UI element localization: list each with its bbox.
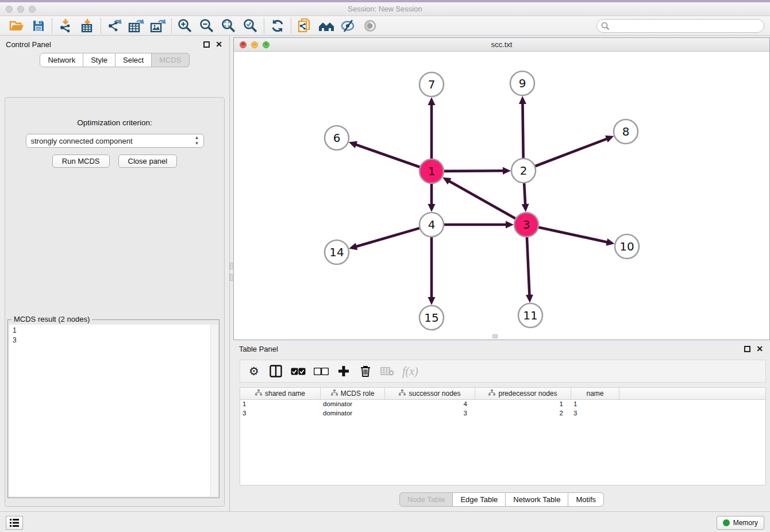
toolbar-separator — [52, 18, 52, 33]
task-history-button[interactable] — [6, 516, 23, 530]
import-network-icon[interactable] — [55, 18, 76, 34]
zoom-out-icon[interactable] — [196, 18, 218, 34]
tab-mcds[interactable]: MCDS — [152, 53, 189, 67]
first-neighbors-icon[interactable] — [315, 18, 337, 34]
table-cell[interactable]: 3 — [571, 409, 619, 418]
criterion-value: strongly connected component — [31, 137, 133, 145]
node-label-10: 10 — [619, 240, 634, 253]
export-table-icon[interactable] — [125, 18, 147, 34]
arrowhead-4-3 — [506, 221, 514, 229]
column-header-successor-nodes[interactable]: successor nodes — [385, 388, 475, 399]
eye-icon[interactable] — [359, 18, 381, 34]
export-network-icon[interactable] — [103, 18, 125, 34]
edge-3-11[interactable] — [527, 237, 530, 296]
edge-1-6[interactable] — [355, 144, 420, 167]
tab-network-table[interactable]: Network Table — [506, 492, 568, 507]
float-panel-icon[interactable] — [203, 41, 210, 48]
column-header-name[interactable]: name — [571, 388, 619, 399]
control-panel-title: Control Panel — [6, 40, 51, 49]
table-row[interactable]: 1dominator411 — [240, 400, 765, 409]
edge-2-3[interactable] — [524, 183, 525, 206]
table-cell[interactable]: 4 — [385, 400, 475, 409]
arrowhead-3-11 — [526, 295, 533, 303]
table-cell[interactable]: 1 — [475, 400, 571, 409]
column-header-shared-name[interactable]: shared name — [240, 388, 321, 399]
float-table-panel-icon[interactable] — [744, 346, 750, 352]
table-panel-title: Table Panel — [239, 345, 278, 353]
column-layout-icon[interactable] — [269, 364, 283, 379]
edge-3-10[interactable] — [538, 227, 609, 242]
function-builder-icon[interactable]: f(x) — [402, 364, 418, 379]
tab-style[interactable]: Style — [83, 53, 116, 67]
table-settings-icon[interactable]: ⚙ — [247, 364, 261, 379]
memory-label: Memory — [733, 519, 758, 527]
edge-4-14[interactable] — [355, 228, 420, 247]
save-session-icon[interactable] — [28, 18, 49, 34]
export-image-icon[interactable] — [147, 18, 169, 34]
tab-select[interactable]: Select — [116, 53, 152, 67]
column-label: MCDS role — [341, 390, 375, 398]
new-network-from-selection-icon[interactable] — [294, 18, 315, 34]
deselect-all-rows-icon[interactable] — [314, 364, 329, 379]
zoom-selected-icon[interactable] — [240, 18, 261, 34]
import-table-icon[interactable] — [76, 18, 98, 34]
table-row[interactable]: 3dominator323 — [240, 409, 765, 418]
delete-table-icon[interactable] — [380, 364, 394, 379]
edge-1-2[interactable] — [444, 171, 505, 171]
network-canvas[interactable]: 7968124314101511 — [234, 52, 769, 340]
arrowhead-1-4 — [428, 204, 436, 212]
run-mcds-button[interactable]: Run MCDS — [52, 155, 110, 168]
open-file-icon[interactable] — [6, 18, 28, 34]
node-label-3: 3 — [523, 218, 530, 232]
hierarchy-icon — [331, 390, 338, 398]
column-label: successor nodes — [409, 390, 460, 398]
node-table[interactable]: shared nameMCDS rolesuccessor nodesprede… — [240, 387, 766, 485]
status-bar: Memory — [0, 511, 770, 532]
table-cell[interactable]: 1 — [240, 400, 321, 409]
tab-network[interactable]: Network — [40, 53, 83, 67]
memory-button[interactable]: Memory — [717, 516, 764, 530]
delete-column-icon[interactable] — [359, 364, 372, 379]
table-panel: Table Panel ✕ ⚙ f(x) shared nameMCDS rol… — [233, 340, 770, 511]
zoom-fit-icon[interactable] — [218, 18, 240, 34]
table-cell[interactable]: dominator — [321, 409, 385, 418]
toolbar-separator — [101, 18, 101, 33]
canvas-resize-nub[interactable] — [492, 334, 498, 338]
column-label: shared name — [265, 390, 305, 398]
node-label-11: 11 — [523, 309, 537, 322]
add-column-icon[interactable] — [337, 364, 351, 379]
table-cell[interactable]: 3 — [240, 409, 321, 418]
column-header-MCDS-role[interactable]: MCDS role — [321, 388, 385, 399]
mcds-result-text[interactable]: 13 — [9, 325, 218, 496]
edge-2-8[interactable] — [535, 138, 609, 167]
tab-node-table[interactable]: Node Table — [399, 492, 453, 507]
panel-splitter[interactable] — [229, 261, 233, 284]
table-cell[interactable]: 2 — [475, 409, 571, 418]
table-cell[interactable]: 3 — [385, 409, 475, 418]
result-scrollbar[interactable] — [210, 325, 218, 496]
column-header-predecessor-nodes[interactable]: predecessor nodes — [475, 388, 571, 399]
apply-layout-icon[interactable] — [267, 18, 288, 34]
network-window-titlebar[interactable]: ✕ − + scc.txt — [234, 38, 769, 52]
node-label-14: 14 — [329, 245, 344, 259]
edge-2-9[interactable] — [522, 102, 523, 159]
edge-3-1[interactable] — [448, 180, 516, 218]
close-panel-button[interactable]: Close panel — [118, 155, 178, 168]
table-cell[interactable]: dominator — [321, 400, 385, 409]
close-panel-icon[interactable]: ✕ — [215, 40, 222, 48]
zoom-in-icon[interactable] — [174, 18, 196, 34]
memory-status-icon — [723, 519, 730, 526]
toolbar-separator — [264, 18, 264, 33]
search-input[interactable] — [596, 19, 764, 33]
tab-motifs[interactable]: Motifs — [568, 492, 604, 507]
close-table-panel-icon[interactable]: ✕ — [756, 345, 763, 353]
node-label-1: 1 — [428, 164, 436, 178]
network-graph[interactable]: 7968124314101511 — [234, 52, 769, 340]
criterion-select[interactable]: strongly connected component ▲▼ — [26, 134, 204, 148]
tab-edge-table[interactable]: Edge Table — [453, 492, 506, 507]
select-all-rows-icon[interactable] — [291, 364, 306, 379]
graphics-details-icon[interactable] — [337, 18, 359, 34]
table-cell[interactable]: 1 — [571, 400, 619, 409]
arrowhead-4-15 — [428, 297, 436, 305]
node-label-8: 8 — [622, 125, 630, 138]
